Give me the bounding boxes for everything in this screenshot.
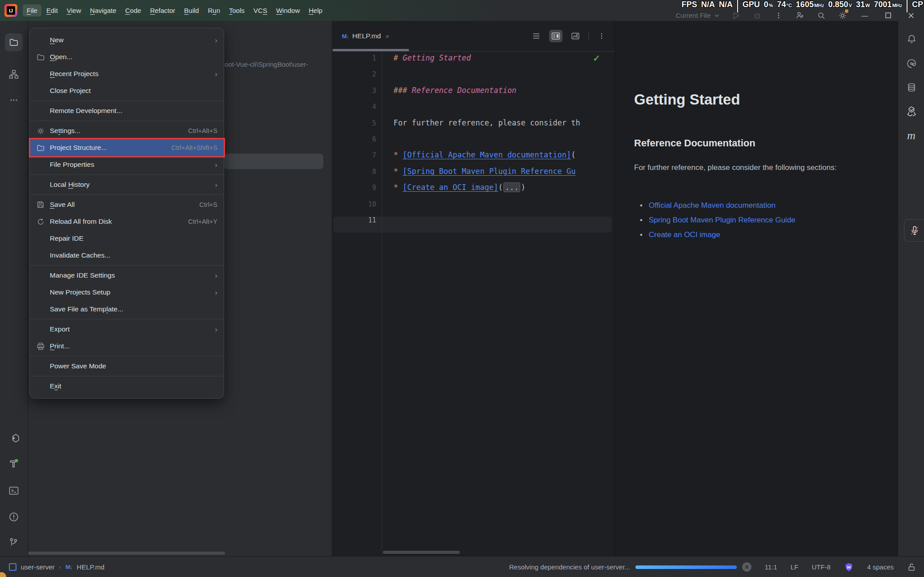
menu-item-save-all[interactable]: Save AllCtrl+S (30, 196, 224, 213)
indent-widget[interactable]: 4 spaces (867, 563, 894, 571)
menu-item-print[interactable]: Print... (30, 338, 224, 355)
project-selected-row[interactable] (224, 153, 323, 169)
menu-item-remote-development[interactable]: Remote Development... (30, 102, 224, 119)
encoding-widget[interactable]: UTF-8 (812, 563, 831, 571)
line-number: 1 (332, 54, 376, 62)
menubar-item-window[interactable]: Window (272, 4, 304, 16)
menu-item-exit[interactable]: Exit (30, 378, 224, 395)
menu-item-shortcut: Ctrl+Alt+S (188, 127, 217, 134)
preview-list-item: Spring Boot Maven Plugin Reference Guide (649, 213, 795, 227)
menu-item-manage-ide-settings[interactable]: Manage IDE Settings› (30, 267, 224, 284)
editor-horizontal-scrollbar[interactable] (383, 551, 460, 554)
line-number: 3 (332, 87, 376, 95)
menubar-item-edit[interactable]: Edit (42, 4, 62, 16)
submenu-arrow-icon: › (215, 272, 217, 279)
line-ending-widget[interactable]: LF (791, 563, 799, 571)
menu-item-new-projects-setup[interactable]: New Projects Setup› (30, 284, 224, 301)
database-icon[interactable] (904, 80, 920, 96)
menu-item-label: New (50, 36, 206, 44)
markdown-file-icon: M↓ (65, 564, 72, 570)
menu-separator (30, 121, 224, 121)
markdown-link[interactable]: [Create an OCI image] (402, 183, 498, 192)
line-number: 6 (332, 135, 376, 143)
preview-link[interactable]: Create an OCI image (649, 230, 720, 239)
microphone-muted-button[interactable] (904, 219, 924, 242)
open-files-list-icon[interactable] (530, 30, 543, 42)
project-folder-icon[interactable] (5, 33, 23, 51)
preview-only-icon[interactable] (569, 30, 582, 42)
menu-item-label: Open... (50, 53, 217, 61)
menu-icon-placeholder (35, 362, 46, 371)
menu-item-new[interactable]: New› (30, 32, 224, 48)
inspections-ok-icon[interactable]: ✓ (593, 53, 600, 64)
preview-link[interactable]: Official Apache Maven documentation (649, 201, 775, 210)
editor-kebab-icon[interactable] (595, 30, 608, 42)
cancel-task-icon[interactable]: ✕ (742, 562, 751, 572)
menu-item-power-save-mode[interactable]: Power Save Mode (30, 358, 224, 375)
dependency-checker-icon[interactable] (904, 104, 920, 120)
services-play-icon[interactable] (5, 429, 23, 447)
tab-close-icon[interactable]: × (386, 32, 390, 40)
menu-item-settings[interactable]: Settings...Ctrl+Alt+S (30, 122, 224, 139)
menu-item-recent-projects[interactable]: Recent Projects› (30, 65, 224, 82)
menubar-item-help[interactable]: Help (305, 4, 326, 16)
preview-list-item: Create an OCI image (649, 227, 795, 242)
ai-assistant-icon[interactable] (904, 56, 920, 72)
menu-item-save-file-as-template[interactable]: Save File as Template... (30, 301, 224, 318)
menu-item-repair-ide[interactable]: Repair IDE (30, 230, 224, 247)
unlock-icon[interactable] (907, 563, 916, 572)
menu-item-project-structure[interactable]: Project Structure...Ctrl+Alt+Shift+S (30, 139, 224, 156)
menu-icon-placeholder (35, 160, 46, 169)
project-horizontal-scrollbar[interactable] (28, 552, 225, 555)
menubar-item-navigate[interactable]: Navigate (86, 4, 120, 16)
tab-label: HELP.md (352, 32, 381, 40)
terminal-icon[interactable] (5, 482, 23, 500)
code-line: * [Create an OCI image](...) (394, 183, 526, 192)
markdown-link[interactable]: [Spring Boot Maven Plugin Reference Gu (402, 167, 575, 176)
editor-view-actions (530, 30, 608, 42)
menubar-item-view[interactable]: View (63, 4, 85, 16)
plugin-shield-icon[interactable] (844, 562, 854, 572)
maven-icon[interactable]: m (904, 128, 920, 144)
editor-and-preview-icon[interactable] (549, 30, 562, 42)
notifications-bell-icon[interactable] (904, 31, 920, 47)
menu-item-reload-all-from-disk[interactable]: Reload All from DiskCtrl+Alt+Y (30, 213, 224, 230)
printer-icon (35, 342, 46, 351)
build-tool-icon[interactable] (5, 455, 23, 472)
menubar-item-tools[interactable]: Tools (225, 4, 249, 16)
main-menubar: FileEditViewNavigateCodeRefactorBuildRun… (23, 4, 326, 16)
menu-item-local-history[interactable]: Local History› (30, 176, 224, 193)
submenu-arrow-icon: › (215, 181, 217, 189)
git-branch-icon[interactable] (5, 533, 23, 551)
left-tool-stripe (0, 21, 28, 556)
menubar-item-run[interactable]: Run (204, 4, 224, 16)
structure-icon[interactable] (5, 65, 23, 83)
tab-help-md[interactable]: M↓ HELP.md × (339, 27, 392, 45)
breadcrumb-project[interactable]: user-server (21, 563, 55, 571)
submenu-arrow-icon: › (215, 70, 217, 78)
menu-item-shortcut: Ctrl+Alt+Shift+S (171, 144, 217, 151)
preview-link[interactable]: Spring Boot Maven Plugin Reference Guide (649, 216, 795, 224)
menu-item-file-properties[interactable]: File Properties› (30, 156, 224, 173)
menu-item-label: Local History (50, 181, 206, 189)
project-icon (9, 563, 16, 571)
menubar-item-vcs[interactable]: VCS (249, 4, 271, 16)
reload-icon (35, 217, 46, 226)
more-tool-windows-icon[interactable] (5, 91, 23, 109)
editor-tabbar: M↓ HELP.md × (332, 21, 615, 52)
menu-item-export[interactable]: Export› (30, 321, 224, 338)
folded-region[interactable]: ... (503, 182, 521, 192)
menubar-item-file[interactable]: File (23, 4, 41, 16)
menu-item-label: Project Structure... (50, 144, 162, 152)
menubar-item-code[interactable]: Code (121, 4, 145, 16)
menu-item-open[interactable]: Open... (30, 48, 224, 65)
menubar-item-build[interactable]: Build (180, 4, 203, 16)
caret-position-widget[interactable]: 11:1 (765, 563, 777, 571)
breadcrumb-file[interactable]: HELP.md (77, 563, 104, 571)
markdown-link[interactable]: [Official Apache Maven documentation] (402, 150, 571, 159)
menubar-item-refactor[interactable]: Refactor (146, 4, 179, 16)
menu-item-close-project[interactable]: Close Project (30, 82, 224, 99)
problems-icon[interactable] (5, 508, 23, 526)
menu-item-label: Repair IDE (50, 234, 217, 242)
menu-item-invalidate-caches[interactable]: Invalidate Caches... (30, 247, 224, 264)
